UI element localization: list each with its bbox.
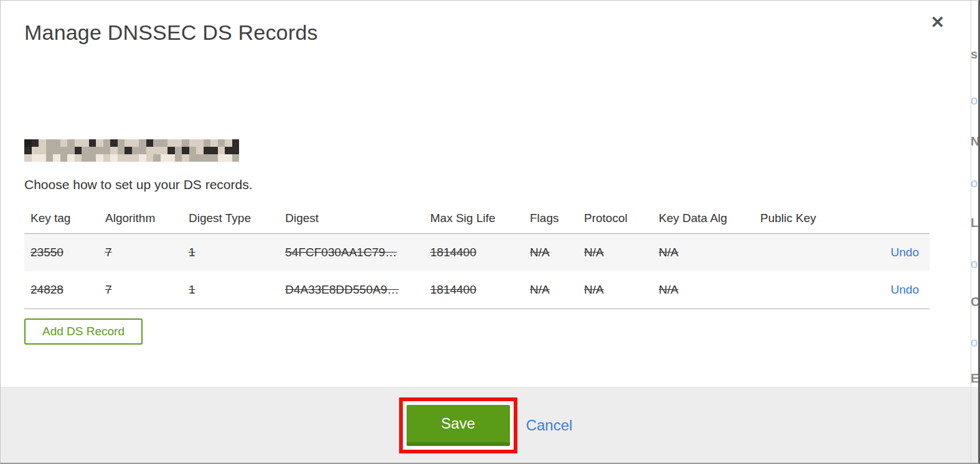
undo-link[interactable]: Undo bbox=[891, 246, 919, 259]
background-page-edge: soNoLoCoE bbox=[971, 1, 978, 463]
cell-key-data-alg: N/A bbox=[653, 271, 754, 309]
column-header-key-data-alg: Key Data Alg bbox=[653, 203, 754, 234]
redacted-domain-name bbox=[24, 139, 239, 162]
instruction-text: Choose how to set up your DS records. bbox=[24, 177, 971, 192]
cell-digest-type: 1 bbox=[182, 234, 279, 272]
cell-public-key bbox=[754, 234, 835, 272]
cell-algorithm: 7 bbox=[99, 234, 182, 272]
background-text-fragment: N bbox=[971, 135, 978, 147]
cell-protocol: N/A bbox=[578, 234, 653, 272]
cell-action: Undo bbox=[835, 234, 930, 272]
cell-digest-type: 1 bbox=[182, 271, 279, 309]
column-header-public-key: Public Key bbox=[754, 203, 835, 234]
add-ds-record-button[interactable]: Add DS Record bbox=[24, 318, 143, 345]
cell-key-data-alg: N/A bbox=[653, 234, 754, 272]
cell-digest: 54FCF030AA1C79… bbox=[279, 234, 424, 272]
cell-flags: N/A bbox=[524, 271, 578, 309]
page-title: Manage DNSSEC DS Records bbox=[24, 21, 971, 45]
cell-action: Undo bbox=[835, 271, 930, 309]
cell-public-key bbox=[754, 271, 835, 309]
background-text-fragment: E bbox=[971, 372, 978, 384]
cell-digest: D4A33E8DD550A9… bbox=[279, 271, 424, 309]
column-header-action bbox=[835, 203, 930, 234]
ds-records-table: Key tag Algorithm Digest Type Digest Max… bbox=[24, 203, 930, 309]
background-text-fragment: o bbox=[971, 258, 978, 270]
cell-algorithm: 7 bbox=[99, 271, 182, 309]
close-icon[interactable]: ✕ bbox=[930, 14, 945, 31]
column-header-max-sig-life: Max Sig Life bbox=[424, 203, 524, 234]
background-text-fragment: o bbox=[971, 177, 978, 189]
modal-footer: Save Cancel bbox=[1, 387, 971, 463]
cell-max-sig-life: 1814400 bbox=[424, 234, 524, 272]
background-text-fragment: o bbox=[971, 336, 978, 348]
undo-link[interactable]: Undo bbox=[891, 283, 919, 296]
column-header-digest-type: Digest Type bbox=[182, 203, 279, 234]
background-text-fragment: C bbox=[971, 295, 978, 308]
cancel-link[interactable]: Cancel bbox=[526, 417, 573, 434]
cell-protocol: N/A bbox=[578, 271, 653, 309]
cell-max-sig-life: 1814400 bbox=[424, 271, 524, 309]
table-row: 23550 7 1 54FCF030AA1C79… 1814400 N/A N/… bbox=[24, 234, 930, 272]
save-button[interactable]: Save bbox=[407, 405, 510, 446]
column-header-flags: Flags bbox=[524, 203, 578, 234]
cell-key-tag: 23550 bbox=[24, 234, 99, 272]
column-header-algorithm: Algorithm bbox=[99, 203, 182, 234]
column-header-key-tag: Key tag bbox=[24, 203, 99, 234]
annotation-highlight-box: Save bbox=[399, 397, 517, 453]
table-header-row: Key tag Algorithm Digest Type Digest Max… bbox=[24, 203, 930, 234]
background-text-fragment: o bbox=[971, 94, 978, 106]
cell-flags: N/A bbox=[524, 234, 578, 272]
column-header-protocol: Protocol bbox=[578, 203, 653, 234]
column-header-digest: Digest bbox=[279, 203, 424, 234]
screenshot-frame: ✕ Manage DNSSEC DS Records Choose how to… bbox=[0, 0, 980, 464]
background-text-fragment: s bbox=[971, 48, 978, 60]
dnssec-modal: ✕ Manage DNSSEC DS Records Choose how to… bbox=[1, 1, 971, 463]
table-row: 24828 7 1 D4A33E8DD550A9… 1814400 N/A N/… bbox=[24, 271, 930, 309]
background-page-footer-strip bbox=[971, 387, 978, 463]
background-text-fragment: L bbox=[971, 216, 978, 229]
cell-key-tag: 24828 bbox=[24, 271, 99, 309]
